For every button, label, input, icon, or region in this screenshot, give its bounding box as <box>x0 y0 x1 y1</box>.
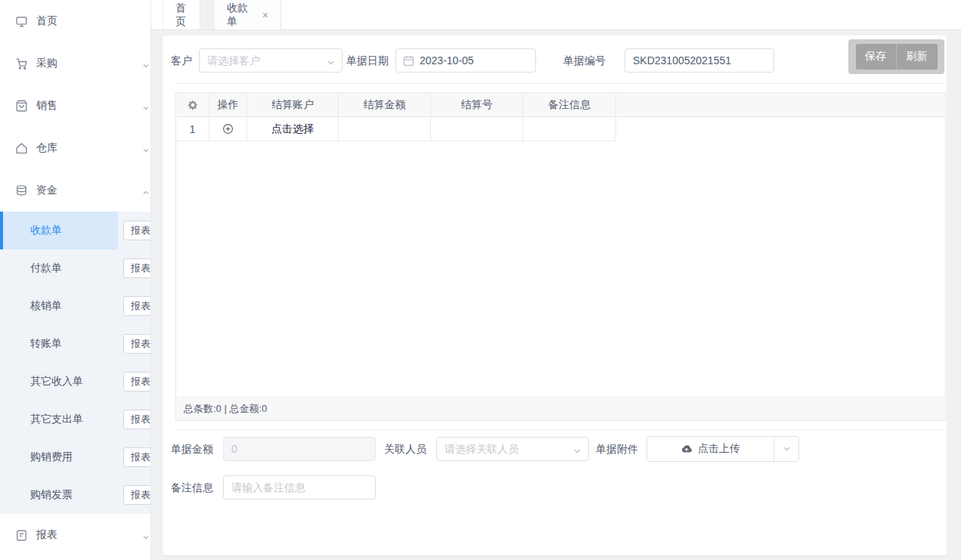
upload-dropdown-button[interactable] <box>774 437 798 461</box>
submenu-item-label: 转账单 <box>30 337 62 351</box>
sidebar-item-warehouse[interactable]: 仓库 <box>0 127 150 169</box>
remark-field[interactable] <box>223 475 376 500</box>
doc-number-input[interactable] <box>625 49 773 72</box>
chevron-down-icon <box>783 443 791 455</box>
doc-amount-input <box>224 438 375 460</box>
chevron-down-icon <box>142 60 150 67</box>
funds-submenu: 收款单 报表 付款单 报表 核销单 报表 转账单 报表 其它收入单 报表 其它支… <box>0 212 150 514</box>
save-button[interactable]: 保存 <box>856 44 897 70</box>
column-header-remark: 备注信息 <box>523 93 616 116</box>
report-badge-button[interactable]: 报表 <box>123 221 151 240</box>
report-badge-button[interactable]: 报表 <box>123 485 151 505</box>
chevron-down-icon <box>142 102 150 110</box>
app-window: 首页 采购 销售 仓库 <box>0 0 961 560</box>
remark-input[interactable] <box>224 476 375 499</box>
related-staff-select[interactable] <box>436 437 589 461</box>
column-header-action: 操作 <box>209 93 247 116</box>
report-badge-button[interactable]: 报表 <box>123 447 151 467</box>
submenu-item-label: 付款单 <box>30 261 62 275</box>
sidebar-item-label: 仓库 <box>36 141 57 155</box>
sidebar-item-home[interactable]: 首页 <box>0 0 150 42</box>
sidebar-item-label: 采购 <box>36 57 57 70</box>
sidebar-item-reports[interactable]: 报表 <box>0 514 150 556</box>
amount-cell[interactable] <box>339 117 431 141</box>
sidebar-item-payment-order[interactable]: 付款单 报表 <box>0 249 150 287</box>
sidebar-item-other-income[interactable]: 其它收入单 报表 <box>0 363 150 401</box>
sidebar-item-receipt-order[interactable]: 收款单 报表 <box>0 212 150 249</box>
attachment-label: 单据附件 <box>596 437 638 461</box>
column-header-account: 结算账户 <box>247 93 339 116</box>
column-header-filler <box>616 93 945 116</box>
monitor-icon <box>15 15 28 28</box>
sidebar-item-sales[interactable]: 销售 <box>0 85 150 127</box>
tab-divider <box>200 0 215 29</box>
row-filler <box>616 117 945 141</box>
doc-number-label: 单据编号 <box>563 48 606 73</box>
divider <box>175 429 946 430</box>
sidebar-item-writeoff-order[interactable]: 核销单 报表 <box>0 287 150 325</box>
table-header-row: 操作 结算账户 结算金额 结算号 备注信息 <box>176 93 945 117</box>
sidebar-item-label: 资金 <box>36 184 57 197</box>
submenu-item-label: 其它支出单 <box>30 413 83 426</box>
content-area: 客户 单据日期 单据编号 保存 刷新 <box>151 30 961 560</box>
upload-button-label: 点击上传 <box>698 442 740 456</box>
home-icon <box>15 142 28 155</box>
related-staff-input[interactable] <box>437 438 588 460</box>
chevron-down-icon <box>327 57 335 65</box>
sidebar-item-trade-invoice[interactable]: 购销发票 报表 <box>0 476 150 514</box>
submenu-item-label: 购销发票 <box>30 488 73 502</box>
report-badge-button[interactable]: 报表 <box>123 258 151 278</box>
refresh-button[interactable]: 刷新 <box>897 44 938 70</box>
date-picker[interactable] <box>395 48 536 73</box>
receipt-order-panel: 客户 单据日期 单据编号 保存 刷新 <box>163 36 947 555</box>
doc-number-field[interactable] <box>625 48 774 73</box>
submenu-item-label: 购销费用 <box>30 450 73 464</box>
chevron-up-icon <box>142 187 150 194</box>
sidebar-item-transfer-order[interactable]: 转账单 报表 <box>0 325 150 363</box>
close-icon[interactable]: × <box>262 10 268 20</box>
cart-icon <box>15 57 28 70</box>
table-row: 1 点击选择 <box>176 117 945 141</box>
tab-bar: 首页 收款单 × <box>151 0 961 30</box>
submenu-item-label: 核销单 <box>30 299 62 313</box>
customer-select[interactable] <box>199 48 343 73</box>
related-staff-label: 关联人员 <box>384 437 426 461</box>
report-badge-button[interactable]: 报表 <box>123 334 151 354</box>
upload-control: 点击上传 <box>646 436 799 462</box>
tab-label: 首页 <box>175 2 188 29</box>
tab-receipt-order[interactable]: 收款单 × <box>215 0 281 29</box>
doc-amount-field <box>223 437 376 461</box>
sidebar-item-trade-fee[interactable]: 购销费用 报表 <box>0 438 150 476</box>
submenu-item-label: 其它收入单 <box>30 375 83 388</box>
customer-label: 客户 <box>171 48 192 73</box>
column-header-amount: 结算金额 <box>339 93 431 116</box>
remark-label: 备注信息 <box>171 475 213 500</box>
column-settings-gear-icon[interactable] <box>176 93 209 116</box>
remark-cell[interactable] <box>523 117 616 141</box>
sidebar-item-funds[interactable]: 资金 <box>0 169 150 212</box>
chevron-down-icon <box>573 445 581 453</box>
chevron-down-icon <box>142 531 150 539</box>
action-button-group: 保存 刷新 <box>848 39 944 74</box>
cloud-upload-icon <box>680 443 693 455</box>
settlement-table: 操作 结算账户 结算金额 结算号 备注信息 1 点击选择 <box>175 92 946 421</box>
settle-no-cell[interactable] <box>431 117 523 141</box>
sidebar-item-label: 销售 <box>36 99 57 113</box>
chevron-down-icon <box>142 144 150 152</box>
database-icon <box>15 184 28 197</box>
select-account-cell[interactable]: 点击选择 <box>247 117 339 141</box>
customer-select-input[interactable] <box>200 49 342 72</box>
bag-icon <box>15 100 28 113</box>
tab-home[interactable]: 首页 <box>163 0 200 29</box>
report-badge-button[interactable]: 报表 <box>123 296 151 316</box>
sidebar-item-other-expense[interactable]: 其它支出单 报表 <box>0 401 150 438</box>
report-badge-button[interactable]: 报表 <box>123 410 151 429</box>
sidebar-item-purchase[interactable]: 采购 <box>0 42 150 85</box>
report-icon <box>15 529 28 542</box>
report-badge-button[interactable]: 报表 <box>123 372 151 391</box>
upload-button[interactable]: 点击上传 <box>647 437 774 461</box>
calendar-icon <box>403 55 414 67</box>
date-label: 单据日期 <box>346 48 389 73</box>
add-row-button[interactable] <box>209 117 247 141</box>
date-input[interactable] <box>414 49 535 72</box>
